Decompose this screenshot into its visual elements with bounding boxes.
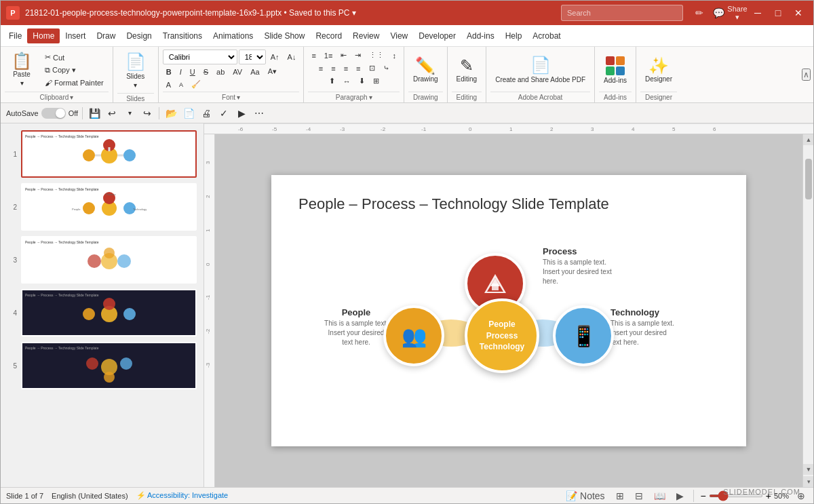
language-status: English (United States)	[52, 492, 128, 500]
title-bar-search[interactable]	[561, 5, 683, 21]
create-share-pdf-button[interactable]: 📄 Create and Share Adobe PDF	[490, 53, 590, 87]
zoom-out-button[interactable]: −	[701, 490, 706, 501]
addins-button[interactable]: Add-ins	[599, 54, 632, 87]
increase-indent-button[interactable]: ⇥	[351, 50, 364, 61]
paste-button[interactable]: 📋 Paste▾	[5, 50, 39, 90]
menu-acrobat[interactable]: Acrobat	[527, 28, 566, 43]
menu-animations[interactable]: Animations	[208, 28, 258, 43]
bullets-button[interactable]: ≡	[308, 50, 319, 61]
share-icon[interactable]: ✏	[691, 5, 708, 21]
spellcheck-button[interactable]: ✓	[216, 106, 231, 121]
menu-draw[interactable]: Draw	[91, 28, 121, 43]
drawing-button[interactable]: ✏️ Drawing	[408, 55, 443, 85]
svg-text:-2: -2	[205, 328, 211, 334]
redo-button[interactable]: ↪	[140, 106, 155, 121]
autosave-switch[interactable]	[41, 108, 66, 119]
reading-view-button[interactable]: 📖	[651, 489, 668, 503]
align-center-button[interactable]: ≡	[328, 62, 338, 74]
close-button[interactable]: ✕	[789, 3, 808, 22]
align-left-button[interactable]: ≡	[315, 62, 326, 74]
comments-icon[interactable]: 💬	[710, 5, 726, 21]
menu-design[interactable]: Design	[121, 28, 157, 43]
slide-num-5: 5	[7, 362, 17, 370]
slideshow-button[interactable]: ▶	[674, 489, 686, 503]
print-button[interactable]: 🖨	[199, 106, 214, 121]
align-right-button[interactable]: ≡	[341, 62, 351, 74]
undo-dropdown-button[interactable]: ▾	[122, 106, 137, 121]
toolbar-row: AutoSave Off 💾 ↩ ▾ ↪ 📂 📄 🖨 ✓ ▶ ⋯	[1, 103, 813, 123]
slide-thumb-1[interactable]: People → Process → Technology Slide Temp…	[21, 130, 197, 178]
font-name-select[interactable]: Calibri	[163, 50, 237, 64]
change-case-button[interactable]: Aa	[247, 66, 263, 77]
menu-review[interactable]: Review	[347, 28, 385, 43]
menu-view[interactable]: View	[385, 28, 413, 43]
slide-thumb-3[interactable]: People → Process → Technology Slide Temp…	[21, 236, 197, 284]
font-color-button[interactable]: A▾	[265, 66, 280, 77]
decrease-indent-button[interactable]: ⇤	[337, 50, 350, 61]
slide-thumb-2[interactable]: People → Process → Technology Slide Temp…	[21, 183, 197, 231]
spacing-button[interactable]: AV	[229, 66, 246, 77]
direction-button[interactable]: ⤷	[380, 62, 393, 74]
justify-button[interactable]: ≡	[353, 62, 364, 74]
increase-font-button[interactable]: A↑	[267, 52, 283, 62]
align-top-button[interactable]: ⬆	[326, 75, 338, 87]
font-size-large-button[interactable]: A	[163, 79, 174, 90]
new-slide-button[interactable]: 📄 Slides▾	[117, 50, 154, 92]
designer-button[interactable]: ✨ Designer	[640, 55, 677, 85]
editing-button[interactable]: ✎ Editing	[452, 55, 482, 85]
font-size-select[interactable]: 18	[239, 50, 266, 64]
maximize-button[interactable]: □	[769, 3, 788, 22]
drawing-group-label: Drawing	[408, 92, 443, 102]
slide-thumb-row-5: 5 People → Process → Technology Slide Te…	[6, 341, 198, 391]
menu-help[interactable]: Help	[500, 28, 528, 43]
menu-transitions[interactable]: Transitions	[157, 28, 208, 43]
strikethrough-button[interactable]: S	[200, 66, 212, 77]
menu-developer[interactable]: Developer	[413, 28, 461, 43]
normal-view-button[interactable]: ⊞	[613, 489, 627, 503]
menu-file[interactable]: File	[3, 28, 27, 43]
numbering-button[interactable]: 1≡	[321, 50, 336, 61]
decrease-font-button[interactable]: A↓	[284, 52, 300, 62]
addins-group-label: Add-ins	[599, 92, 632, 102]
line-spacing-button[interactable]: ↕	[389, 50, 400, 61]
scroll-up-button[interactable]: ▲	[803, 134, 813, 145]
col-count-button[interactable]: ⋮⋮	[366, 50, 387, 61]
format-painter-button[interactable]: 🖌 Format Painter	[41, 77, 107, 88]
new-button[interactable]: 📄	[181, 106, 196, 121]
copy-button[interactable]: ⧉ Copy ▾	[41, 64, 107, 76]
slide-thumb-4[interactable]: People → Process → Technology Slide Temp…	[21, 289, 197, 336]
scroll-bottom-button[interactable]: ▾	[803, 476, 813, 487]
menu-slideshow[interactable]: Slide Show	[258, 28, 310, 43]
bold-button[interactable]: B	[163, 66, 175, 77]
more-tools-button[interactable]: ⋯	[252, 106, 267, 121]
menu-insert[interactable]: Insert	[60, 28, 91, 43]
font-size-small-button[interactable]: A	[176, 80, 187, 90]
align-middle-button[interactable]: ↔	[340, 75, 354, 87]
align-bottom-button[interactable]: ⬇	[355, 75, 368, 87]
ribbon-collapse-button[interactable]: ∧	[802, 69, 811, 81]
cut-button[interactable]: ✂ Cut	[41, 52, 107, 63]
editing-icon: ✎	[460, 58, 473, 74]
notes-button[interactable]: 📝 Notes	[563, 489, 607, 503]
menu-addins[interactable]: Add-ins	[461, 28, 500, 43]
open-button[interactable]: 📂	[163, 106, 178, 121]
slide-canvas[interactable]: People – Process – Technology Slide Temp…	[271, 175, 746, 446]
share-button[interactable]: Share ▾	[729, 5, 745, 21]
shadow-button[interactable]: ab	[213, 66, 228, 77]
clear-format-button[interactable]: 🧹	[188, 79, 204, 90]
undo-button[interactable]: ↩	[104, 106, 119, 121]
accessibility-status[interactable]: ⚡ Accessibility: Investigate	[136, 491, 229, 500]
underline-button[interactable]: U	[187, 66, 199, 77]
presenter-button[interactable]: ▶	[234, 106, 249, 121]
menu-home[interactable]: Home	[27, 28, 60, 43]
smart-art-button[interactable]: ⊡	[366, 62, 379, 74]
menu-record[interactable]: Record	[310, 28, 347, 43]
minimize-button[interactable]: ─	[748, 3, 767, 22]
save-button[interactable]: 💾	[87, 106, 102, 121]
convert-smartart-button[interactable]: ⊞	[370, 75, 383, 87]
scroll-thumb-v[interactable]	[805, 159, 812, 199]
slide-sorter-button[interactable]: ⊟	[632, 489, 646, 503]
scroll-down-button[interactable]: ▼	[803, 464, 813, 475]
italic-button[interactable]: I	[176, 66, 185, 77]
slide-thumb-5[interactable]: People → Process → Technology Slide Temp…	[21, 342, 197, 389]
